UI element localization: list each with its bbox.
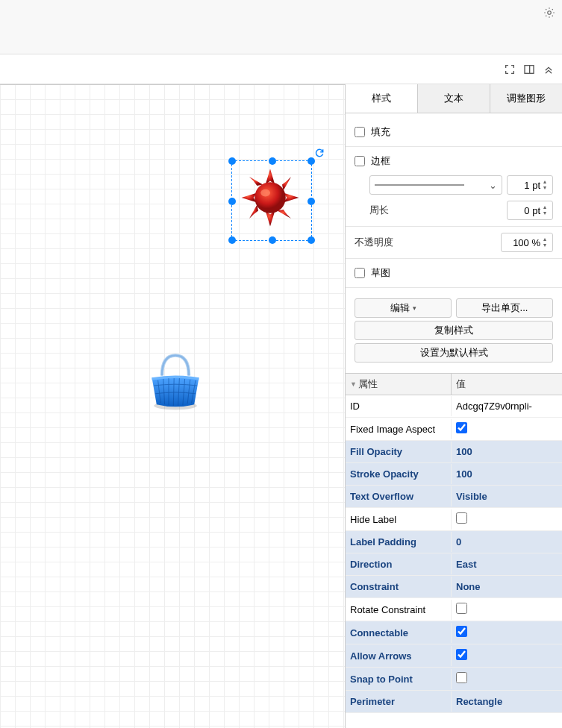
prop-key: Text Overflow (346, 486, 452, 506)
prop-row[interactable]: Fill Opacity100 (346, 441, 562, 463)
edit-style-label: 编辑 (390, 301, 410, 315)
prop-checkbox[interactable] (456, 512, 467, 524)
prop-value[interactable]: Visible (452, 486, 562, 506)
prop-row[interactable]: Fixed Image Aspect (346, 418, 562, 441)
prop-key: ID (346, 396, 452, 416)
prop-row[interactable]: PerimeterRectangle (346, 691, 562, 713)
prop-value[interactable]: Rectangle (452, 691, 562, 712)
spinner-down[interactable]: ▾ (543, 210, 551, 216)
prop-row[interactable]: Connectable (346, 621, 562, 644)
prop-key: Label Padding (346, 532, 452, 552)
selection-outline (231, 160, 312, 241)
prop-key: Fill Opacity (346, 442, 452, 462)
perimeter-input[interactable]: 0 pt ▴▾ (507, 201, 553, 220)
prop-value[interactable]: 0 (452, 532, 562, 552)
panel-toggle-icon[interactable] (523, 63, 535, 75)
triangle-down-icon[interactable]: ▼ (350, 380, 357, 388)
prop-key: Connectable (346, 623, 452, 643)
titlebar-area (0, 0, 562, 54)
chevron-down-icon: ⌄ (489, 180, 497, 191)
prop-row[interactable]: IDAdcgq7Z9v0rnpli- (346, 395, 562, 418)
perimeter-value: 0 pt (524, 205, 542, 216)
prop-row[interactable]: Stroke Opacity100 (346, 463, 562, 486)
prop-value[interactable] (452, 668, 562, 690)
prop-key: Allow Arrows (346, 646, 452, 666)
theme-icon[interactable] (543, 6, 556, 19)
properties-header: ▼属性 值 (346, 373, 562, 395)
prop-key: Rotate Constraint (346, 600, 452, 620)
properties-table: IDAdcgq7Z9v0rnpli-Fixed Image AspectFill… (346, 395, 562, 713)
line-style-select[interactable]: ⌄ (369, 175, 502, 195)
prop-checkbox[interactable] (456, 422, 467, 433)
handle-se[interactable] (307, 236, 315, 244)
handle-s[interactable] (269, 236, 276, 244)
handle-sw[interactable] (228, 236, 236, 244)
handle-w[interactable] (228, 198, 236, 205)
opacity-input[interactable]: 100 % ▴▾ (501, 233, 553, 252)
prop-col-val: 值 (452, 374, 470, 395)
prop-value[interactable]: Adcgq7Z9v0rnpli- (452, 396, 562, 416)
prop-value[interactable] (452, 598, 562, 621)
format-panel: 样式 文本 调整图形 填充 边框 ⌄ 1 pt ▴▾ (346, 84, 562, 728)
collapse-icon[interactable] (543, 63, 555, 75)
prop-checkbox[interactable] (456, 649, 467, 660)
prop-key: Stroke Opacity (346, 464, 452, 484)
prop-key: Fixed Image Aspect (346, 419, 452, 439)
prop-key: Direction (346, 554, 452, 574)
tab-style[interactable]: 样式 (346, 84, 418, 113)
svg-point-0 (548, 11, 552, 15)
spinner-down[interactable]: ▾ (543, 242, 551, 248)
tab-text[interactable]: 文本 (418, 84, 490, 113)
set-default-button[interactable]: 设置为默认样式 (355, 343, 553, 363)
prop-row[interactable]: Rotate Constraint (346, 598, 562, 621)
prop-checkbox[interactable] (456, 626, 467, 637)
border-checkbox[interactable] (355, 156, 365, 166)
edit-style-button[interactable]: 编辑 ▾ (355, 298, 452, 318)
prop-value[interactable] (452, 621, 562, 644)
perimeter-label: 周长 (369, 204, 414, 217)
prop-checkbox[interactable] (456, 603, 467, 614)
copy-style-button[interactable]: 复制样式 (355, 321, 553, 340)
prop-row[interactable]: Text OverflowVisible (346, 486, 562, 508)
prop-value[interactable] (452, 418, 562, 440)
prop-key: Constraint (346, 577, 452, 597)
prop-row[interactable]: ConstraintNone (346, 576, 562, 598)
handle-n[interactable] (269, 157, 276, 165)
view-toolbar (0, 54, 562, 84)
rotate-handle[interactable] (314, 148, 325, 158)
handle-ne[interactable] (307, 157, 315, 165)
fill-checkbox[interactable] (355, 127, 365, 137)
prop-row[interactable]: Label Padding0 (346, 531, 562, 553)
canvas-shape-basket[interactable] (142, 345, 209, 412)
prop-row[interactable]: Hide Label (346, 508, 562, 531)
fill-label: 填充 (371, 125, 390, 139)
export-button[interactable]: 导出单页... (456, 298, 553, 318)
prop-value[interactable]: None (452, 577, 562, 597)
border-label: 边框 (371, 154, 390, 168)
spinner-down[interactable]: ▾ (543, 185, 551, 191)
prop-value[interactable] (452, 508, 562, 530)
prop-value[interactable]: East (452, 554, 562, 574)
line-width-input[interactable]: 1 pt ▴▾ (507, 175, 553, 195)
opacity-value: 100 % (513, 237, 542, 248)
opacity-label: 不透明度 (355, 236, 393, 249)
prop-row[interactable]: Snap to Point (346, 668, 562, 691)
prop-checkbox[interactable] (456, 672, 467, 683)
sketch-label: 草图 (371, 266, 390, 280)
prop-value[interactable]: 100 (452, 442, 562, 462)
panel-tabs: 样式 文本 调整图形 (346, 84, 562, 113)
canvas[interactable] (0, 84, 346, 728)
prop-col-attr: 属性 (358, 377, 378, 391)
sketch-checkbox[interactable] (355, 268, 365, 278)
handle-nw[interactable] (228, 157, 236, 165)
tab-arrange[interactable]: 调整图形 (490, 84, 562, 113)
prop-row[interactable]: Allow Arrows (346, 644, 562, 668)
prop-row[interactable]: DirectionEast (346, 553, 562, 576)
fullscreen-icon[interactable] (504, 63, 516, 75)
line-width-value: 1 pt (524, 180, 542, 191)
prop-key: Snap to Point (346, 669, 452, 689)
handle-e[interactable] (307, 198, 315, 205)
prop-value[interactable] (452, 644, 562, 667)
prop-value[interactable]: 100 (452, 464, 562, 484)
chevron-down-icon: ▾ (413, 304, 416, 312)
